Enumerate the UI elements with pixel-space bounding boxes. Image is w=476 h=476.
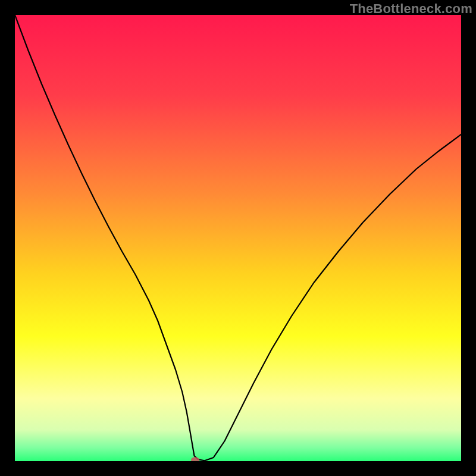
- chart-svg: [15, 15, 461, 461]
- gradient-background: [15, 15, 461, 461]
- plot-area: [15, 15, 461, 461]
- watermark-text: TheBottleneck.com: [350, 1, 472, 17]
- chart-frame: TheBottleneck.com: [0, 0, 476, 476]
